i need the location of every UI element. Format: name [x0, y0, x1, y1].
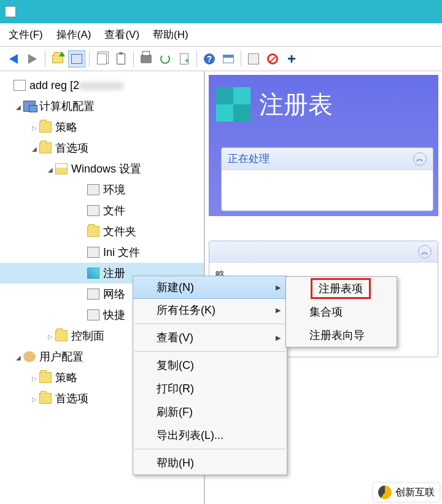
tree-ini[interactable]: Ini 文件: [0, 242, 204, 263]
stop-button[interactable]: [264, 50, 281, 68]
tree-label: 注册: [103, 266, 125, 281]
separator: [133, 51, 134, 67]
tree-label: Ini 文件: [103, 245, 140, 260]
new-doc-button[interactable]: [176, 50, 193, 68]
tree-label: 用户配置: [39, 349, 83, 364]
tree-label: 文件夹: [103, 224, 136, 239]
users-icon: [23, 351, 36, 362]
tree-label: 首选项: [55, 141, 88, 155]
sub-collection-item[interactable]: 集合项: [286, 300, 397, 324]
print-button[interactable]: [138, 50, 155, 68]
folder-icon: [39, 142, 52, 153]
plus-icon: +: [287, 52, 296, 66]
menu-help[interactable]: 帮助(H): [153, 28, 188, 42]
page-title: 注册表: [259, 88, 333, 122]
arrow-right-icon: [28, 54, 37, 64]
menu-action[interactable]: 操作(A): [56, 28, 91, 42]
ctx-view[interactable]: 查看(V): [133, 326, 287, 349]
folder-open-icon: [55, 163, 68, 174]
shortcut-icon: [87, 309, 99, 320]
header-banner: 注册表 正在处理 ︽: [209, 75, 438, 216]
app-icon: [5, 6, 16, 17]
ctx-help[interactable]: 帮助(H): [133, 451, 287, 475]
toolbar: ? +: [0, 47, 442, 71]
copy-button[interactable]: [93, 50, 110, 68]
paste-button[interactable]: [112, 50, 130, 68]
tree-windows-settings[interactable]: Windows 设置: [0, 158, 204, 179]
registry-icon: [87, 268, 99, 279]
collapse-button[interactable]: ︽: [413, 152, 427, 166]
stop-icon: [267, 53, 278, 64]
copy-icon: [97, 53, 107, 64]
tree-label: 环境: [103, 182, 125, 197]
ctx-refresh[interactable]: 刷新(F): [133, 400, 287, 424]
sub-registry-wizard[interactable]: 注册表向导: [286, 324, 397, 347]
separator: [196, 51, 197, 67]
ctx-copy[interactable]: 复制(C): [133, 354, 287, 377]
env-icon: [87, 184, 99, 195]
menu-view[interactable]: 查看(V): [104, 28, 139, 42]
refresh-button[interactable]: [157, 50, 174, 68]
ini-icon: [87, 247, 99, 258]
tree-label: 网络: [103, 287, 125, 301]
help-icon: ?: [204, 53, 215, 64]
ctx-export[interactable]: 导出列表(L)...: [133, 424, 287, 447]
clipboard-icon: [117, 53, 125, 64]
separator: [134, 449, 285, 449]
separator: [134, 351, 285, 352]
tree-env[interactable]: 环境: [0, 179, 204, 200]
context-submenu-new: 注册表项 集合项 注册表向导: [285, 276, 397, 347]
folder-icon: [39, 393, 52, 404]
tree-files[interactable]: 文件: [0, 200, 204, 221]
nav-forward-button[interactable]: [24, 50, 41, 68]
tree-folders[interactable]: 文件夹: [0, 221, 204, 242]
gear-icon: [248, 53, 259, 64]
tree-label: 首选项: [55, 391, 88, 406]
tree-preferences[interactable]: 首选项: [0, 138, 204, 158]
ctx-new[interactable]: 新建(N): [133, 276, 287, 299]
registry-cube-icon: [216, 87, 250, 122]
tree-label: 控制面: [71, 328, 104, 343]
blurred-text: xxxxxxxx: [79, 79, 123, 92]
ctx-print[interactable]: 打印(R): [133, 377, 287, 400]
network-icon: [87, 289, 99, 300]
add-button[interactable]: +: [283, 50, 300, 68]
titlebar: [0, 0, 442, 23]
tree-label: 策略: [55, 370, 77, 385]
tree-label: add reg [2: [29, 79, 79, 92]
processing-title: 正在处理: [228, 152, 269, 166]
config-button[interactable]: [245, 50, 262, 68]
separator: [241, 51, 241, 67]
separator: [134, 324, 285, 324]
tree-root[interactable]: add reg [2xxxxxxxx: [0, 75, 204, 96]
show-tree-button[interactable]: [68, 50, 85, 68]
separator: [45, 51, 45, 67]
separator: [89, 51, 90, 67]
tree-label: 计算机配置: [39, 99, 95, 114]
computers-icon: [23, 101, 36, 112]
panes-icon: [71, 54, 82, 64]
tree-policies[interactable]: 策略: [0, 117, 204, 138]
folder-icon: [87, 226, 99, 237]
watermark-text: 创新互联: [395, 486, 435, 499]
tree-label: 文件: [103, 203, 125, 218]
nav-back-button[interactable]: [5, 50, 22, 68]
up-folder-button[interactable]: [49, 50, 66, 68]
refresh-icon: [160, 54, 170, 64]
folder-icon: [39, 122, 52, 133]
help-button[interactable]: ?: [201, 50, 218, 68]
collapse-button[interactable]: ︽: [418, 245, 432, 258]
gpo-icon: [14, 80, 26, 91]
window-button[interactable]: [220, 50, 237, 68]
watermark: 创新互联: [373, 483, 440, 502]
tree-computer-config[interactable]: 计算机配置: [0, 96, 204, 117]
folder-up-icon: [52, 55, 63, 63]
sub-registry-item[interactable]: 注册表项: [286, 277, 397, 300]
processing-panel: 正在处理 ︽: [221, 147, 433, 211]
menu-file[interactable]: 文件(F): [9, 28, 43, 42]
files-icon: [87, 205, 99, 216]
menubar: 文件(F) 操作(A) 查看(V) 帮助(H): [0, 23, 442, 47]
folder-icon: [55, 330, 68, 341]
tree-label: 策略: [55, 120, 77, 134]
ctx-all-tasks[interactable]: 所有任务(K): [133, 298, 287, 322]
